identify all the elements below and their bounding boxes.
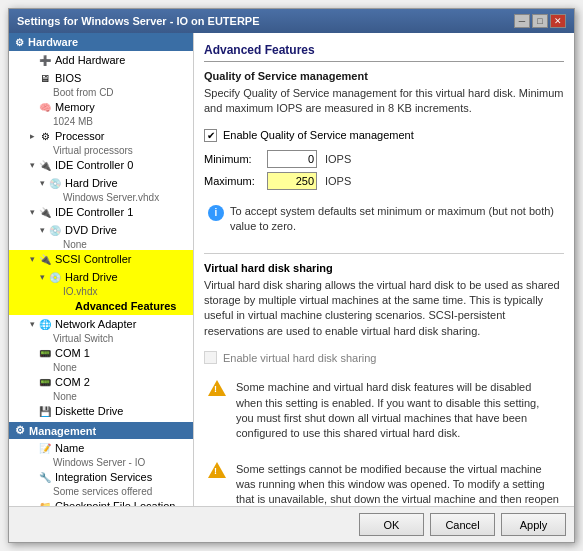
tree-memory[interactable]: 🧠 Memory bbox=[9, 98, 193, 116]
minimum-input[interactable] bbox=[267, 150, 317, 168]
tree-com2[interactable]: 📟 COM 2 bbox=[9, 373, 193, 391]
warning-icon-2 bbox=[208, 462, 226, 478]
tree-ide0[interactable]: ▾ 🔌 IDE Controller 0 bbox=[9, 156, 193, 174]
expand-icon: ▸ bbox=[27, 131, 37, 141]
vhd-warning2-box: Some settings cannot be modified because… bbox=[204, 458, 564, 506]
tree-checkpoint[interactable]: 📁 Checkpoint File Location bbox=[9, 497, 193, 506]
com2-icon: 📟 bbox=[37, 374, 53, 390]
tree-ide1[interactable]: ▾ 🔌 IDE Controller 1 bbox=[9, 203, 193, 221]
minimum-row: Minimum: IOPS bbox=[204, 150, 564, 168]
add-hardware-icon: ➕ bbox=[37, 52, 53, 68]
management-header: ⚙ Management bbox=[9, 422, 193, 439]
tree-bios[interactable]: 🖥 BIOS bbox=[9, 69, 193, 87]
com2-subtext: None bbox=[9, 391, 193, 402]
tree-advanced-features[interactable]: Advanced Features bbox=[9, 297, 193, 315]
tree-dvd[interactable]: ▾ 💿 DVD Drive bbox=[9, 221, 193, 239]
expand-icon: ▾ bbox=[37, 272, 47, 282]
vhd-sharing-checkbox bbox=[204, 351, 217, 364]
settings-window: Settings for Windows Server - IO on EUTE… bbox=[8, 8, 575, 543]
vhd-sharing-checkbox-row: Enable virtual hard disk sharing bbox=[204, 351, 564, 364]
expand-icon: ▾ bbox=[27, 319, 37, 329]
panel-title: Advanced Features bbox=[204, 43, 564, 62]
vhd-warning2-text: Some settings cannot be modified because… bbox=[236, 462, 560, 506]
ok-button[interactable]: OK bbox=[359, 513, 424, 536]
expand-icon: ▾ bbox=[27, 207, 37, 217]
processor-label: Processor bbox=[55, 130, 105, 142]
memory-icon: 🧠 bbox=[37, 99, 53, 115]
dvd-subtext: None bbox=[9, 239, 193, 250]
scsi-icon: 🔌 bbox=[37, 251, 53, 267]
expand-icon: ▾ bbox=[37, 225, 47, 235]
tree-network[interactable]: ▾ 🌐 Network Adapter bbox=[9, 315, 193, 333]
integration-icon: 🔧 bbox=[37, 469, 53, 485]
memory-subtext: 1024 MB bbox=[9, 116, 193, 127]
tree-add-hardware[interactable]: ➕ Add Hardware bbox=[9, 51, 193, 69]
tree-processor[interactable]: ▸ ⚙ Processor bbox=[9, 127, 193, 145]
minimize-button[interactable]: ─ bbox=[514, 14, 530, 28]
right-panel: Advanced Features Quality of Service man… bbox=[194, 33, 574, 506]
ide0-label: IDE Controller 0 bbox=[55, 159, 133, 171]
maximum-input[interactable] bbox=[267, 172, 317, 190]
processor-icon: ⚙ bbox=[37, 128, 53, 144]
checkpoint-icon: 📁 bbox=[37, 498, 53, 506]
name-icon: 📝 bbox=[37, 440, 53, 456]
maximum-row: Maximum: IOPS bbox=[204, 172, 564, 190]
scsi-label: SCSI Controller bbox=[55, 253, 131, 265]
expand-icon: ▾ bbox=[37, 178, 47, 188]
bottom-bar: OK Cancel Apply bbox=[9, 506, 574, 542]
apply-button[interactable]: Apply bbox=[501, 513, 566, 536]
title-bar: Settings for Windows Server - IO on EUTE… bbox=[9, 9, 574, 33]
maximize-button[interactable]: □ bbox=[532, 14, 548, 28]
integration-label: Integration Services bbox=[55, 471, 152, 483]
maximum-label: Maximum: bbox=[204, 175, 259, 187]
diskette-icon: 💾 bbox=[37, 403, 53, 419]
qos-checkbox-row: ✔ Enable Quality of Service management bbox=[204, 129, 564, 142]
io-vhdx-subtext: IO.vhdx bbox=[9, 286, 193, 297]
name-subtext: Windows Server - IO bbox=[9, 457, 193, 468]
add-hardware-label: Add Hardware bbox=[55, 54, 125, 66]
minimum-iops: IOPS bbox=[325, 153, 351, 165]
window-title: Settings for Windows Server - IO on EUTE… bbox=[17, 15, 260, 27]
tree-integration[interactable]: 🔧 Integration Services bbox=[9, 468, 193, 486]
expand-icon: ▾ bbox=[27, 254, 37, 264]
tree-hard-drive-scsi[interactable]: ▾ 💿 Hard Drive bbox=[9, 268, 193, 286]
warning-icon-1 bbox=[208, 380, 226, 396]
advanced-features-label: Advanced Features bbox=[75, 300, 176, 312]
cancel-button[interactable]: Cancel bbox=[430, 513, 495, 536]
adv-features-icon bbox=[57, 298, 73, 314]
qos-info-text: To accept system defaults set minimum or… bbox=[230, 204, 560, 235]
close-button[interactable]: ✕ bbox=[550, 14, 566, 28]
vhd-sharing-label: Enable virtual hard disk sharing bbox=[223, 352, 376, 364]
window-controls: ─ □ ✕ bbox=[514, 14, 566, 28]
diskette-label: Diskette Drive bbox=[55, 405, 123, 417]
ide0-icon: 🔌 bbox=[37, 157, 53, 173]
ide1-icon: 🔌 bbox=[37, 204, 53, 220]
ide1-label: IDE Controller 1 bbox=[55, 206, 133, 218]
tree-scsi[interactable]: ▾ 🔌 SCSI Controller bbox=[9, 250, 193, 268]
section-divider bbox=[204, 253, 564, 254]
hardware-icon: ⚙ bbox=[15, 37, 24, 48]
tree-diskette[interactable]: 💾 Diskette Drive bbox=[9, 402, 193, 420]
info-icon: i bbox=[208, 205, 224, 221]
hard-drive-0-icon: 💿 bbox=[47, 175, 63, 191]
tree-com1[interactable]: 📟 COM 1 bbox=[9, 344, 193, 362]
memory-label: Memory bbox=[55, 101, 95, 113]
tree-hard-drive-0[interactable]: ▾ 💿 Hard Drive bbox=[9, 174, 193, 192]
qos-description: Specify Quality of Service management fo… bbox=[204, 86, 564, 117]
hard-drive-0-subtext: Windows Server.vhdx bbox=[9, 192, 193, 203]
qos-section-title: Quality of Service management bbox=[204, 70, 564, 82]
com1-subtext: None bbox=[9, 362, 193, 373]
tree-name[interactable]: 📝 Name bbox=[9, 439, 193, 457]
qos-checkbox[interactable]: ✔ bbox=[204, 129, 217, 142]
name-label: Name bbox=[55, 442, 84, 454]
com1-icon: 📟 bbox=[37, 345, 53, 361]
content-area: ⚙ Hardware ➕ Add Hardware 🖥 BIOS Boot fr… bbox=[9, 33, 574, 506]
maximum-iops: IOPS bbox=[325, 175, 351, 187]
integration-subtext: Some services offered bbox=[9, 486, 193, 497]
network-label: Network Adapter bbox=[55, 318, 136, 330]
vhd-description: Virtual hard disk sharing allows the vir… bbox=[204, 278, 564, 340]
processor-subtext: Virtual processors bbox=[9, 145, 193, 156]
hardware-header: ⚙ Hardware bbox=[9, 33, 193, 51]
expand-icon: ▾ bbox=[27, 160, 37, 170]
dvd-label: DVD Drive bbox=[65, 224, 117, 236]
